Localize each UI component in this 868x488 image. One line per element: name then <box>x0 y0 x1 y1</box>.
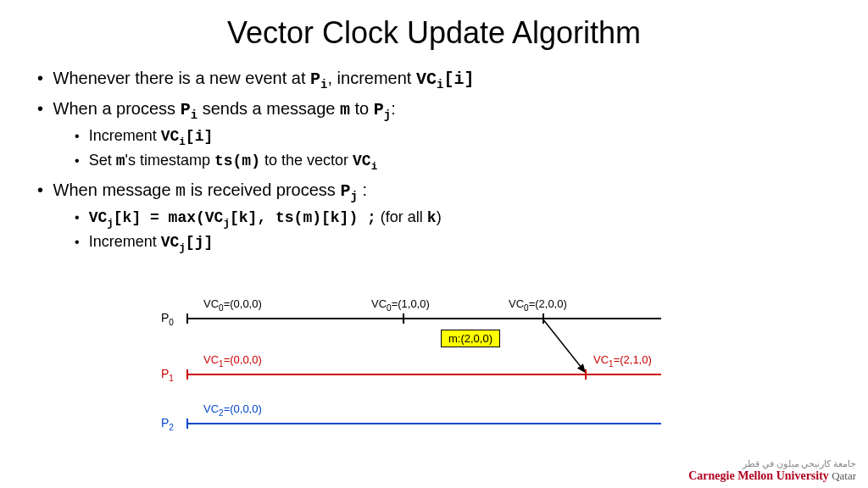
vc-label-p1-0: VC1=(0,0,0) <box>203 353 262 369</box>
bullet-2b: Set m's timestamp ts(m) to the vector VC… <box>75 149 831 175</box>
timeline-p1 <box>186 374 661 375</box>
timeline-p2 <box>186 423 661 424</box>
bullet-3: When message m is received process Pj : … <box>37 178 831 256</box>
bullet-2: When a process Pi sends a message m to P… <box>37 97 831 175</box>
bullet-2a: Increment VCi[i] <box>75 125 831 150</box>
bullet-3b: Increment VCj[j] <box>75 230 831 256</box>
bullet-3a: VCj[k] = max(VCj[k], ts(m)[k]) ; (for al… <box>75 206 831 231</box>
vc-label-p2-0: VC2=(0,0,0) <box>203 402 262 418</box>
vc-label-p1-1: VC1=(2,1,0) <box>593 353 652 369</box>
process-label-p1: P1 <box>161 367 174 383</box>
slide-body: Whenever there is a new event at Pi, inc… <box>0 66 868 256</box>
slide-title: Vector Clock Update Algorithm <box>0 15 868 51</box>
process-label-p2: P2 <box>161 416 174 432</box>
vector-clock-diagram: P0 VC0=(0,0,0) VC0=(1,0,0) VC0=(2,0,0) m… <box>161 292 704 453</box>
footer-logo: جامعة كارنيجي ميلون في قطر Carnegie Mell… <box>688 458 856 483</box>
svg-line-0 <box>542 319 585 372</box>
message-arrow <box>161 292 704 462</box>
message-label: m:(2,0,0) <box>441 330 500 347</box>
bullet-1: Whenever there is a new event at Pi, inc… <box>37 66 831 93</box>
